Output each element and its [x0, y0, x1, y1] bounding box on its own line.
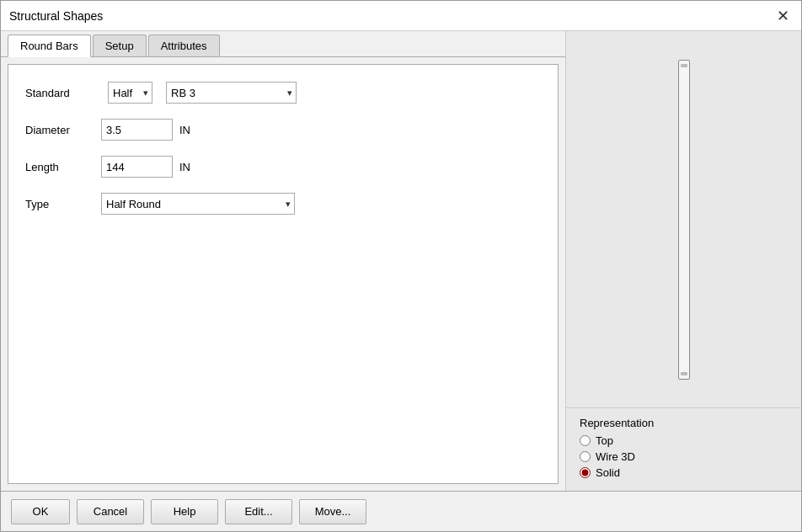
standard-dropdown-wrapper: Half Full: [108, 82, 152, 104]
dialog: Structural Shapes ✕ Round Bars Setup Att…: [0, 0, 802, 532]
rep-solid-radio[interactable]: [580, 467, 591, 478]
ok-button[interactable]: OK: [11, 499, 70, 524]
length-row: Length IN: [25, 156, 541, 178]
tab-content: Standard Half Full RB 3 RB 4 RB 5: [8, 64, 559, 484]
type-select[interactable]: Half Round Full Round: [101, 193, 295, 215]
representation-section: Representation Top Wire 3D Solid: [566, 407, 801, 491]
rep-wire3d-label: Wire 3D: [596, 450, 635, 463]
series-dropdown-wrapper: RB 3 RB 4 RB 5: [166, 82, 297, 104]
tab-setup[interactable]: Setup: [93, 35, 147, 56]
move-button[interactable]: Move...: [299, 499, 366, 524]
standard-select[interactable]: Half Full: [108, 82, 152, 104]
type-label: Type: [25, 198, 101, 210]
rep-solid-row: Solid: [580, 466, 788, 479]
cancel-button[interactable]: Cancel: [77, 499, 144, 524]
edit-button[interactable]: Edit...: [225, 499, 292, 524]
length-input[interactable]: [101, 156, 173, 178]
close-button[interactable]: ✕: [773, 6, 793, 26]
type-row: Type Half Round Full Round: [25, 193, 541, 215]
standard-row: Standard Half Full RB 3 RB 4 RB 5: [25, 82, 541, 104]
rep-top-label: Top: [596, 434, 613, 447]
rep-wire3d-radio[interactable]: [580, 451, 591, 462]
title-bar: Structural Shapes ✕: [1, 1, 801, 31]
bottom-bar: OK Cancel Help Edit... Move...: [1, 491, 801, 531]
diameter-input[interactable]: [101, 119, 173, 141]
diameter-label: Diameter: [25, 124, 101, 136]
dialog-title: Structural Shapes: [9, 9, 103, 23]
rep-top-radio[interactable]: [580, 435, 591, 446]
tab-round-bars[interactable]: Round Bars: [8, 35, 91, 57]
length-unit: IN: [179, 161, 190, 173]
bar-preview-shape: [678, 60, 690, 380]
help-button[interactable]: Help: [151, 499, 218, 524]
diameter-row: Diameter IN: [25, 119, 541, 141]
series-select[interactable]: RB 3 RB 4 RB 5: [166, 82, 297, 104]
length-label: Length: [25, 161, 101, 173]
standard-label: Standard: [25, 87, 101, 99]
rep-wire3d-row: Wire 3D: [580, 450, 788, 463]
tab-attributes[interactable]: Attributes: [148, 35, 220, 56]
rep-top-row: Top: [580, 434, 788, 447]
type-dropdown-wrapper: Half Round Full Round: [101, 193, 295, 215]
preview-area: [566, 31, 801, 407]
diameter-unit: IN: [179, 124, 190, 136]
right-panel: Representation Top Wire 3D Solid: [565, 31, 801, 491]
left-panel: Round Bars Setup Attributes Standard Hal…: [1, 31, 565, 491]
rep-solid-label: Solid: [596, 466, 620, 479]
tabs-bar: Round Bars Setup Attributes: [1, 31, 565, 57]
representation-title: Representation: [580, 417, 788, 429]
content-area: Round Bars Setup Attributes Standard Hal…: [1, 31, 801, 491]
